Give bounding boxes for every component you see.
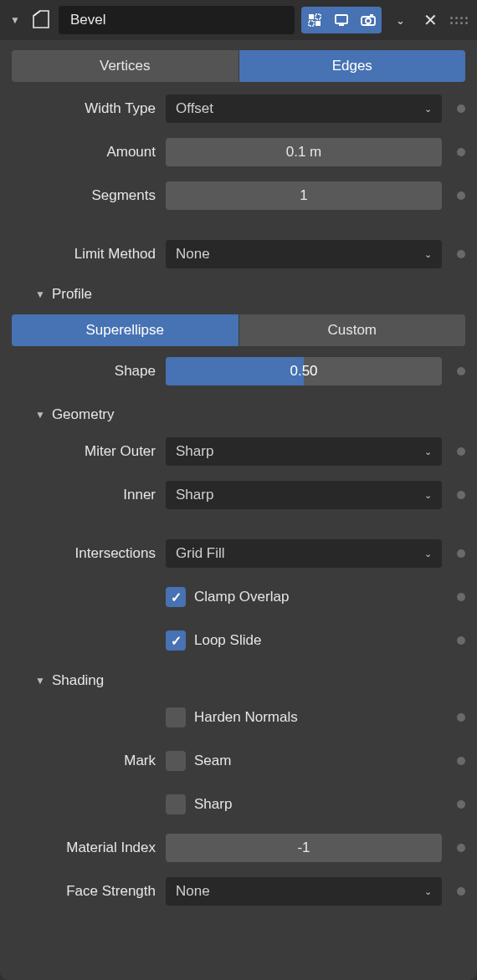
- loop-slide-checkbox[interactable]: Loop Slide: [166, 630, 442, 651]
- pin-miter-inner[interactable]: [457, 491, 465, 499]
- chevron-down-icon: ⌄: [424, 490, 432, 501]
- show-in-editmode-button[interactable]: [301, 7, 328, 33]
- segments-field[interactable]: 1: [166, 181, 442, 210]
- clamp-overlap-label: Clamp Overlap: [194, 589, 289, 605]
- mark-sharp-label: Sharp: [194, 796, 232, 813]
- mark-sharp-checkbox[interactable]: Sharp: [166, 794, 442, 814]
- chevron-down-icon: ⌄: [424, 886, 432, 897]
- pin-shape[interactable]: [457, 367, 465, 375]
- pin-intersections[interactable]: [457, 549, 465, 558]
- show-in-render-button[interactable]: [355, 7, 382, 33]
- pin-amount[interactable]: [457, 148, 465, 156]
- checkbox-checked-icon: [166, 630, 186, 651]
- drag-handle[interactable]: [449, 17, 469, 24]
- pin-miter-outer[interactable]: [457, 447, 465, 456]
- pin-harden-normals[interactable]: [457, 713, 465, 722]
- svg-rect-2: [309, 21, 314, 26]
- material-index-field[interactable]: -1: [166, 834, 442, 862]
- shading-title: Shading: [52, 672, 104, 689]
- bevel-modifier-panel: ▼ Bevel ⌄ ✕ Vertices: [0, 0, 477, 980]
- miter-outer-value: Sharp: [176, 443, 213, 460]
- row-amount: Amount 0.1 m: [12, 135, 465, 169]
- pin-width-type[interactable]: [457, 105, 465, 113]
- miter-inner-dropdown[interactable]: Sharp ⌄: [166, 481, 442, 509]
- delete-modifier-button[interactable]: ✕: [418, 7, 442, 33]
- face-strength-dropdown[interactable]: None ⌄: [166, 877, 442, 906]
- affect-tabs: Vertices Edges: [12, 50, 465, 82]
- row-mark-sharp: . Sharp: [12, 788, 465, 821]
- checkbox-unchecked-icon: [166, 794, 186, 814]
- label-face-strength: Face Strength: [12, 883, 156, 900]
- svg-rect-0: [309, 14, 314, 19]
- checkbox-checked-icon: [166, 587, 186, 607]
- chevron-down-icon: ⌄: [424, 249, 432, 260]
- miter-outer-dropdown[interactable]: Sharp ⌄: [166, 437, 442, 466]
- row-miter-inner: Inner Sharp ⌄: [12, 478, 465, 512]
- intersections-dropdown[interactable]: Grid Fill ⌄: [166, 539, 442, 568]
- tab-custom[interactable]: Custom: [238, 314, 466, 346]
- label-material-index: Material Index: [12, 840, 156, 856]
- checkbox-unchecked-icon: [166, 751, 186, 771]
- row-harden-normals: . Harden Normals: [12, 701, 465, 734]
- label-amount: Amount: [12, 144, 156, 161]
- pin-loop-slide[interactable]: [457, 636, 465, 645]
- pin-mark-sharp[interactable]: [457, 800, 465, 809]
- width-type-value: Offset: [176, 100, 213, 117]
- svg-rect-8: [370, 14, 373, 17]
- profile-collapse-toggle[interactable]: ▼: [35, 288, 45, 300]
- width-type-dropdown[interactable]: Offset ⌄: [166, 94, 442, 123]
- profile-tabs: Superellipse Custom: [12, 314, 465, 346]
- geometry-collapse-toggle[interactable]: ▼: [35, 409, 45, 421]
- mark-seam-checkbox[interactable]: Seam: [166, 751, 442, 771]
- chevron-down-icon: ⌄: [424, 104, 432, 115]
- limit-method-dropdown[interactable]: None ⌄: [166, 240, 442, 268]
- shading-header[interactable]: ▼ Shading: [12, 667, 465, 691]
- harden-normals-label: Harden Normals: [194, 709, 298, 726]
- pin-face-strength[interactable]: [457, 887, 465, 896]
- tab-edges[interactable]: Edges: [238, 50, 466, 82]
- mark-seam-label: Seam: [194, 753, 231, 769]
- label-miter-inner: Inner: [12, 487, 156, 503]
- amount-field[interactable]: 0.1 m: [166, 138, 442, 166]
- collapse-toggle[interactable]: ▼: [7, 14, 23, 26]
- clamp-overlap-checkbox[interactable]: Clamp Overlap: [166, 587, 442, 607]
- shading-collapse-toggle[interactable]: ▼: [35, 675, 45, 687]
- face-strength-value: None: [176, 883, 210, 900]
- row-shape: Shape 0.50: [12, 355, 465, 388]
- label-mark: Mark: [12, 753, 156, 769]
- profile-header[interactable]: ▼ Profile: [12, 281, 465, 304]
- pin-material-index[interactable]: [457, 844, 465, 852]
- shape-value: 0.50: [166, 357, 442, 385]
- miter-inner-value: Sharp: [176, 487, 213, 503]
- geometry-header[interactable]: ▼ Geometry: [12, 401, 465, 425]
- label-shape: Shape: [12, 363, 156, 380]
- label-miter-outer: Miter Outer: [12, 443, 156, 460]
- checkbox-unchecked-icon: [166, 707, 186, 727]
- chevron-down-icon: ⌄: [424, 447, 432, 457]
- pin-segments[interactable]: [457, 191, 465, 200]
- tab-superellipse[interactable]: Superellipse: [12, 314, 238, 346]
- row-loop-slide: . Loop Slide: [12, 624, 465, 657]
- pin-mark-seam[interactable]: [457, 757, 465, 765]
- panel-body: Vertices Edges Width Type Offset ⌄ Amoun…: [0, 40, 477, 980]
- show-in-viewport-button[interactable]: [328, 7, 355, 33]
- row-material-index: Material Index -1: [12, 831, 465, 865]
- svg-rect-1: [315, 14, 321, 19]
- harden-normals-checkbox[interactable]: Harden Normals: [166, 707, 442, 727]
- row-face-strength: Face Strength None ⌄: [12, 875, 465, 908]
- limit-method-value: None: [176, 246, 210, 263]
- row-limit-method: Limit Method None ⌄: [12, 237, 465, 271]
- modifier-name-field[interactable]: Bevel: [59, 6, 295, 34]
- label-segments: Segments: [12, 187, 156, 204]
- geometry-title: Geometry: [52, 406, 115, 423]
- pin-clamp-overlap[interactable]: [457, 593, 465, 601]
- row-intersections: Intersections Grid Fill ⌄: [12, 537, 465, 570]
- shape-slider[interactable]: 0.50: [166, 357, 442, 385]
- svg-rect-4: [336, 15, 347, 23]
- extras-menu[interactable]: ⌄: [388, 7, 412, 33]
- tab-vertices[interactable]: Vertices: [12, 50, 238, 82]
- label-intersections: Intersections: [12, 545, 156, 562]
- row-mark-seam: Mark Seam: [12, 744, 465, 778]
- row-width-type: Width Type Offset ⌄: [12, 92, 465, 125]
- pin-limit-method[interactable]: [457, 250, 465, 258]
